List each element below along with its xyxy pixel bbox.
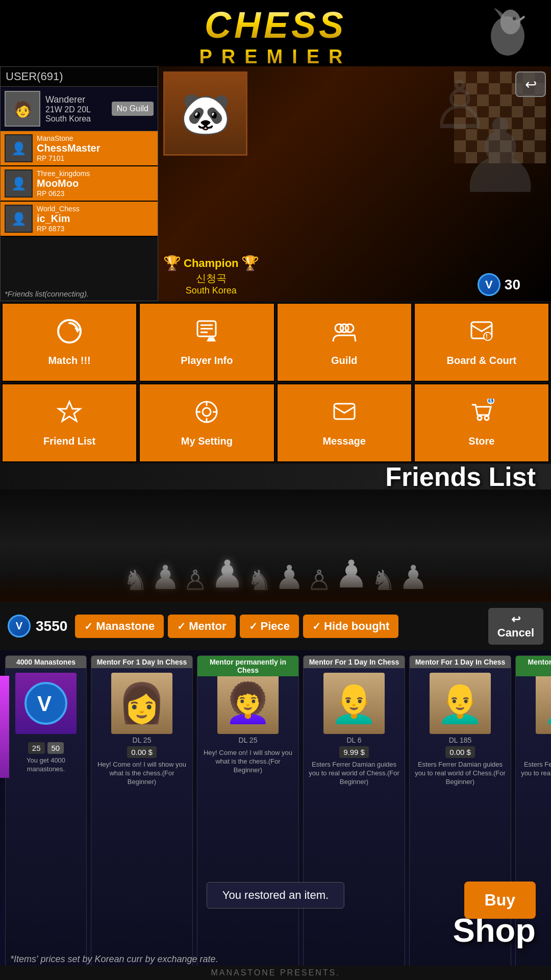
menu-icon-4 [56, 399, 83, 431]
menu-icon-0 [56, 318, 83, 351]
user-panel-header: USER(691) [1, 67, 158, 87]
friend-rp: RP 0623 [37, 189, 154, 198]
friend-info: ManaStone ChessMaster RP 7101 [37, 134, 154, 162]
restore-notice: You restored an item. [207, 882, 344, 909]
filter-btn-piece[interactable]: ✓Piece [240, 615, 299, 638]
friend-guild: Three_kingdoms [37, 169, 154, 178]
footer-text: MANASTONE PRESENTS. [211, 968, 340, 977]
menu-grid: Match !!! Player Info Guild ! Board & Co… [0, 301, 551, 464]
menu-btn-match-!!![interactable]: Match !!! [2, 303, 137, 382]
friend-item[interactable]: 👤 World_Chess ic_Kim RP 6873 [1, 202, 158, 237]
filter-btn-mentor[interactable]: ✓Mentor [168, 615, 235, 638]
menu-label-5: My Setting [181, 435, 233, 447]
user-panel: USER(691) 🧑 Wanderer 21W 2D 20L South Ko… [0, 66, 158, 301]
right-panel: ♟ ♙ 🐼 🏆 Champion 🏆 신청곡 South Korea ↩ V 3… [158, 66, 551, 301]
current-user-avatar: 🧑 [5, 91, 40, 127]
menu-btn-friend-list[interactable]: Friend List [2, 383, 137, 462]
filter-btn-manastone[interactable]: ✓Manastone [75, 615, 164, 638]
no-guild-button[interactable]: No Guild [112, 102, 154, 116]
shop-item-mentor-1[interactable]: Mentor permanently in Chess 👩‍🦱 DL 25 He… [197, 655, 299, 975]
item-desc: Esters Ferrer Damian guides you to real … [306, 761, 402, 787]
main-panel: USER(691) 🧑 Wanderer 21W 2D 20L South Ko… [0, 66, 551, 301]
check-icon: ✓ [84, 620, 93, 632]
item-badge: Mentor For 1 Day In Chess [91, 656, 192, 668]
svg-rect-21 [334, 404, 355, 419]
menu-label-6: Message [322, 435, 366, 447]
friend-item[interactable]: 👤 ManaStone ChessMaster RP 7101 [1, 131, 158, 166]
item-desc: Hey! Come on! I will show you what is th… [200, 749, 296, 775]
item-dl: DL 25 [133, 736, 152, 744]
app-title: CHESS [205, 4, 346, 46]
friend-avatar: 👤 [5, 134, 33, 162]
menu-icon-7: $ [468, 399, 495, 431]
svg-text:!: ! [486, 333, 488, 340]
friend-info: World_Chess ic_Kim RP 6873 [37, 205, 154, 233]
item-avatar: 👨‍🦲 [323, 673, 385, 734]
balance-count: 3550 [36, 618, 67, 634]
shop-item-mentor-2[interactable]: Mentor For 1 Day In Chess 👨‍🦲 DL 6 9.99 … [303, 655, 405, 975]
country-label: South Korea [163, 285, 259, 296]
menu-icon-3: ! [468, 318, 495, 351]
item-badge: 4000 Manastones [6, 656, 86, 668]
shop-section: V 3550 ✓Manastone✓Mentor✓Piece✓Hide boug… [0, 602, 551, 980]
vp-icon: V [478, 273, 500, 296]
menu-btn-store[interactable]: $ Store [414, 383, 549, 462]
item-avatar: V [15, 673, 77, 734]
svg-point-23 [485, 416, 489, 420]
item-dl: DL 185 [449, 736, 472, 744]
item-badge: Mentor permanently in Chess [197, 656, 298, 676]
menu-btn-player-info[interactable]: Player Info [139, 303, 274, 382]
back-button[interactable]: ↩ [515, 71, 546, 97]
board-gradient [0, 571, 551, 602]
friend-item[interactable]: 👤 Three_kingdoms MooMoo RP 0623 [1, 166, 158, 202]
menu-btn-my-setting[interactable]: My Setting [139, 383, 274, 462]
player-avatar: 🐼 [163, 71, 247, 156]
friend-avatar: 👤 [5, 169, 33, 198]
current-user-row: 🧑 Wanderer 21W 2D 20L South Korea No Gui… [1, 87, 158, 131]
svg-point-22 [478, 416, 482, 420]
price-left: 9.99 $ [339, 746, 369, 758]
menu-label-4: Friend List [43, 435, 95, 447]
friend-guild: World_Chess [37, 205, 154, 213]
menu-btn-message[interactable]: Message [277, 383, 412, 462]
friends-connecting-notice: *Friends list(connecting). [1, 287, 158, 301]
menu-btn-board-&-court[interactable]: ! Board & Court [414, 303, 549, 382]
chess-piece-decoration-2: ♙ [430, 66, 490, 144]
friend-name: ChessMaster [37, 142, 154, 154]
svg-marker-14 [59, 402, 80, 421]
filter-btn-hide-bought[interactable]: ✓Hide bought [303, 615, 398, 638]
vp-small-icon: V [8, 615, 31, 638]
chess-board-section: ♞ ♟ ♙ ♟ ♞ ♟ ♙ ♟ ♞ ♟ [0, 489, 551, 602]
price-left: 0.00 $ [445, 746, 475, 758]
item-price-row: 0.00 $ [127, 746, 157, 758]
item-price-row: 9.99 $ [339, 746, 369, 758]
friends-list-title: Friends List [385, 461, 536, 492]
cancel-button[interactable]: ↩ Cancel [488, 608, 543, 645]
buy-button-container: Buy [464, 881, 536, 919]
menu-icon-5 [193, 399, 220, 431]
menu-label-3: Board & Court [447, 355, 517, 366]
check-icon: ✓ [312, 620, 321, 632]
svg-point-2 [513, 17, 516, 20]
menu-icon-6 [331, 399, 358, 431]
vp-count: 30 [505, 277, 520, 293]
cancel-arrow-icon: ↩ [511, 613, 520, 626]
svg-point-16 [203, 408, 211, 416]
menu-btn-guild[interactable]: Guild [277, 303, 412, 382]
filter-buttons: ✓Manastone✓Mentor✓Piece✓Hide bought [75, 615, 483, 638]
shop-item-manastone[interactable]: 4000 Manastones V 25 50 You get 4000 man… [5, 655, 87, 975]
rank-label: Champion [184, 257, 239, 270]
buy-button[interactable]: Buy [464, 881, 536, 919]
friend-rp: RP 6873 [37, 225, 154, 233]
item-avatar: 👩 [111, 673, 172, 734]
menu-label-1: Player Info [181, 355, 233, 366]
shop-item-mentor-0[interactable]: Mentor For 1 Day In Chess 👩 DL 25 0.00 $… [91, 655, 193, 975]
app-header: CHESS PREMIER [0, 0, 551, 66]
price-alt: 50 [47, 742, 64, 754]
price-left: 0.00 $ [127, 746, 157, 758]
item-price-row: 0.00 $ [445, 746, 475, 758]
menu-icon-2 [331, 318, 358, 351]
item-avatar: 👩‍🦱 [217, 673, 279, 734]
bottom-notice: *Items' prices set by Korean curr by exc… [10, 954, 218, 965]
vp-badge: V 30 [478, 273, 520, 296]
